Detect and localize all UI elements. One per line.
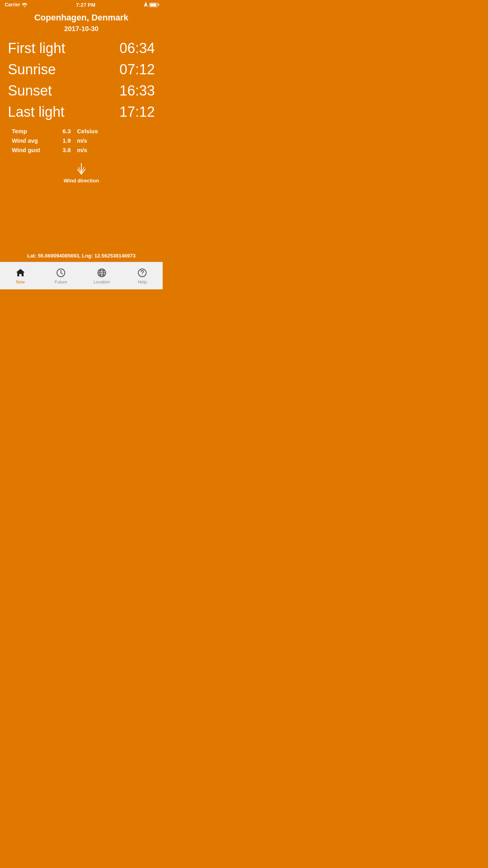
wind-avg-row: Wind avg 1.9 m/s [12, 136, 155, 145]
last-light-time: 17:12 [119, 104, 155, 120]
tab-now[interactable]: Now [0, 265, 41, 287]
wind-gust-label: Wind gust [12, 145, 51, 155]
main-content: Copenhagen, Denmark 2017-10-30 First lig… [0, 9, 163, 262]
tab-future[interactable]: Future [41, 265, 82, 287]
tab-future-label: Future [55, 280, 67, 284]
status-left: Carrier [5, 2, 28, 7]
sunrise-row: Sunrise 07:12 [8, 59, 155, 80]
wind-direction-arrow [73, 161, 89, 177]
temp-value: 6.3 [51, 127, 71, 136]
sunset-time: 16:33 [119, 83, 155, 99]
wind-direction-container: Wind direction [8, 161, 155, 184]
weather-section: Temp 6.3 Celsius Wind avg 1.9 m/s Wind g… [8, 127, 155, 155]
wind-gust-unit: m/s [77, 145, 87, 155]
wind-gust-row: Wind gust 3.8 m/s [12, 145, 155, 155]
tab-help-label: Help [138, 280, 147, 284]
first-light-row: First light 06:34 [8, 38, 155, 59]
wind-avg-label: Wind avg [12, 136, 51, 145]
location-title: Copenhagen, Denmark [8, 13, 155, 23]
status-bar: Carrier 7:27 PM [0, 0, 163, 9]
last-light-row: Last light 17:12 [8, 101, 155, 123]
wind-avg-unit: m/s [77, 136, 87, 145]
status-time: 7:27 PM [76, 2, 95, 8]
temp-unit: Celsius [77, 127, 98, 136]
temp-label: Temp [12, 127, 51, 136]
home-icon [15, 267, 26, 278]
sunset-row: Sunset 16:33 [8, 80, 155, 101]
first-light-time: 06:34 [119, 40, 155, 57]
status-right [144, 2, 158, 8]
wind-direction-label: Wind direction [64, 178, 99, 184]
wind-avg-value: 1.9 [51, 136, 71, 145]
svg-point-0 [24, 6, 25, 7]
sunrise-time: 07:12 [119, 61, 155, 78]
tab-now-label: Now [16, 280, 25, 284]
date-display: 2017-10-30 [8, 25, 155, 33]
temp-row: Temp 6.3 Celsius [12, 127, 155, 136]
coordinates: Lat: 55.669094085693, Lng: 12.5625381469… [8, 253, 155, 262]
location-icon [144, 2, 148, 8]
wind-gust-value: 3.8 [51, 145, 71, 155]
first-light-label: First light [8, 40, 65, 57]
battery-icon [149, 3, 158, 7]
sunset-label: Sunset [8, 83, 52, 99]
last-light-label: Last light [8, 104, 64, 120]
sun-times: First light 06:34 Sunrise 07:12 Sunset 1… [8, 38, 155, 123]
globe-icon [96, 267, 107, 278]
tab-location[interactable]: Location [81, 265, 122, 287]
wifi-icon [22, 3, 28, 7]
tab-bar: Now Future Location [0, 262, 163, 289]
carrier-label: Carrier [5, 2, 20, 7]
sunrise-label: Sunrise [8, 61, 56, 78]
tab-location-label: Location [94, 280, 110, 284]
tab-help[interactable]: Help [122, 265, 163, 287]
help-icon [137, 267, 148, 278]
clock-icon [55, 267, 66, 278]
svg-point-5 [142, 274, 143, 275]
